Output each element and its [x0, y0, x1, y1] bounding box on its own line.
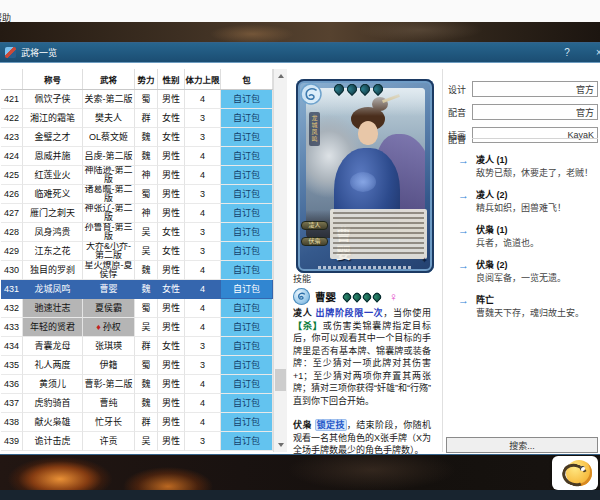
- scroll-thumb[interactable]: [275, 369, 286, 391]
- arrow-icon[interactable]: →: [458, 190, 469, 214]
- table-row[interactable]: 436黄须儿曹彰-第二版魏男性4自订包: [1, 375, 273, 394]
- cell-pack[interactable]: 自订包: [221, 90, 273, 109]
- magatama-icon: [345, 82, 359, 96]
- cell-num: 429: [1, 242, 23, 261]
- cell-hp: 3: [185, 432, 221, 451]
- table-row[interactable]: 423金璧之才OL蔡文姬魏女性3自订包: [1, 128, 273, 147]
- voice-body: 伏枭 (2)良阅军备，一览无遗。: [476, 260, 566, 284]
- card-skill-textbox: [330, 209, 427, 259]
- table-row[interactable]: 422湘江的霜笔樊夫人群女性3自订包: [1, 109, 273, 128]
- arrow-icon[interactable]: →: [458, 260, 469, 284]
- skill-text: 凌人 出牌阶段限一次，当你使用【杀】或伤害类锦囊牌指定目标后，你可以观看其中一个…: [293, 307, 431, 469]
- cell-pack[interactable]: 自订包: [221, 223, 273, 242]
- cell-pack[interactable]: 自订包: [221, 261, 273, 280]
- table-row[interactable]: 421佩饮子侠关索-第二版蜀男性4自订包: [1, 90, 273, 109]
- field-label: 配音: [448, 106, 472, 119]
- cell-num: 426: [1, 185, 23, 204]
- help-button[interactable]: ?: [561, 46, 573, 59]
- designer-input[interactable]: [472, 81, 598, 97]
- table-row[interactable]: 438献火枭雄忙牙长群男性4自订包: [1, 413, 273, 432]
- table-row[interactable]: 432驰速壮志夏侯霸蜀男性4自订包: [1, 299, 273, 318]
- skill-text-segment: 或伤害类锦囊牌指定目标后，你可以观看其中一个目标的手牌里是否有基本牌、锦囊牌或装…: [293, 321, 431, 406]
- cell-gender: 女性: [158, 223, 185, 242]
- search-button[interactable]: 搜索...: [446, 437, 598, 453]
- table-row[interactable]: 430独目的罗刹星火燎原-夏侯惇魏男性4自订包: [1, 261, 273, 280]
- cell-pack[interactable]: 自订包: [221, 432, 273, 451]
- table-row[interactable]: 433年轻的贤君♦孙权吴男性4自订包: [1, 318, 273, 337]
- header-hp[interactable]: 体力上限: [185, 69, 221, 89]
- table-row[interactable]: 425红莲业火神陆逊-第二版神男性4自订包: [1, 166, 273, 185]
- table-row[interactable]: 435礼人两度伊籍蜀男性3自订包: [1, 356, 273, 375]
- cell-pack[interactable]: 自订包: [221, 413, 273, 432]
- scroll-up-button[interactable]: [274, 69, 287, 83]
- cell-pack[interactable]: 自订包: [221, 356, 273, 375]
- cell-title: 青囊龙母: [23, 337, 83, 356]
- cell-title: 黄须儿: [23, 375, 83, 394]
- cell-pack[interactable]: 自订包: [221, 242, 273, 261]
- general-list-window: 武将一览 ? × 称号 武将 势力 性别 体力上限 包 421佩饮子侠关索-第二…: [0, 42, 600, 455]
- info-field: 设计: [448, 81, 598, 97]
- window-titlebar[interactable]: 武将一览 ? ×: [0, 43, 600, 63]
- cell-hp: 4: [185, 299, 221, 318]
- voice-line: →伏枭 (1)兵者，诡道也。: [458, 225, 600, 262]
- table-row[interactable]: 428凤身鸿贵孙鲁育-第三版吴女性3自订包: [1, 223, 273, 242]
- general-table: 称号 武将 势力 性别 体力上限 包 421佩饮子侠关索-第二版蜀男性4自订包4…: [1, 69, 273, 452]
- cell-title: 金璧之才: [23, 128, 83, 147]
- header-pack[interactable]: 包: [221, 69, 273, 89]
- cell-title: 龙城凤鸣: [23, 280, 83, 299]
- cell-pack[interactable]: 自订包: [221, 280, 273, 299]
- cell-pack[interactable]: 自订包: [221, 375, 273, 394]
- voice-actor-input[interactable]: [472, 104, 598, 120]
- table-row[interactable]: 437虎豹骑首曹纯魏男性4自订包: [1, 394, 273, 413]
- cell-pack[interactable]: 自订包: [221, 337, 273, 356]
- cell-pack[interactable]: 自订包: [221, 166, 273, 185]
- arrow-icon[interactable]: →: [458, 225, 469, 249]
- voice-line: →阵亡曹魏天下存，魂归故土安。: [458, 295, 600, 332]
- table-scrollbar[interactable]: [273, 69, 287, 452]
- table-row[interactable]: 431龙城凤鸣曹婴魏女性4自订包: [1, 280, 273, 299]
- cell-gender: 男性: [158, 413, 185, 432]
- cell-gender: 女性: [158, 109, 185, 128]
- arrow-icon[interactable]: →: [458, 155, 469, 179]
- cell-num: 435: [1, 356, 23, 375]
- cell-num: 437: [1, 394, 23, 413]
- cell-title: 江东之花: [23, 242, 83, 261]
- cell-pack[interactable]: 自订包: [221, 299, 273, 318]
- cell-pack[interactable]: 自订包: [221, 394, 273, 413]
- cell-gender: 男性: [158, 147, 185, 166]
- close-button[interactable]: ×: [593, 46, 600, 59]
- header-gender[interactable]: 性别: [158, 69, 185, 89]
- cell-faction: 蜀: [135, 90, 158, 109]
- cell-gender: 女性: [158, 337, 185, 356]
- cell-faction: 魏: [135, 261, 158, 280]
- header-title[interactable]: 称号: [23, 69, 83, 89]
- cell-pack[interactable]: 自订包: [221, 147, 273, 166]
- magatama-icon: [332, 82, 346, 96]
- cell-pack[interactable]: 自订包: [221, 318, 273, 337]
- arrow-icon[interactable]: →: [458, 295, 469, 319]
- cell-pack[interactable]: 自订包: [221, 109, 273, 128]
- cell-hp: 3: [185, 185, 221, 204]
- cell-faction: 吴: [135, 223, 158, 242]
- magatama-icon: [361, 291, 372, 302]
- cell-pack[interactable]: 自订包: [221, 185, 273, 204]
- table-row[interactable]: 434青囊龙母张琪瑛群女性3自订包: [1, 337, 273, 356]
- table-row[interactable]: 439诡计击虎许贡吴男性3自订包: [1, 432, 273, 451]
- voice-row: →伏枭 (2)良阅军备，一览无遗。: [458, 260, 600, 284]
- table-row[interactable]: 426临难死义诸葛瞻-第二版蜀男性3自订包: [1, 185, 273, 204]
- cell-pack[interactable]: 自订包: [221, 128, 273, 147]
- header-general[interactable]: 武将: [83, 69, 135, 89]
- table-row[interactable]: 429江东之花大乔&小乔-第二版吴女性3自订包: [1, 242, 273, 261]
- skill-text-segment: 【杀】: [293, 321, 323, 331]
- skill-text-segment: 锁定技: [315, 419, 347, 431]
- table-row[interactable]: 427雁门之刺天神张辽-第二版神男性4自订包: [1, 204, 273, 223]
- cell-gender: 女性: [158, 242, 185, 261]
- header-faction[interactable]: 势力: [135, 69, 158, 89]
- cell-hp: 3: [185, 356, 221, 375]
- table-row[interactable]: 424恩威并施吕虔-第二版魏男性4自订包: [1, 147, 273, 166]
- voice-row: →阵亡曹魏天下存，魂归故土安。: [458, 295, 600, 319]
- scroll-down-button[interactable]: [274, 438, 287, 452]
- illustrator-input[interactable]: [472, 127, 598, 143]
- cell-general: ♦孙权: [83, 318, 135, 337]
- cell-pack[interactable]: 自订包: [221, 204, 273, 223]
